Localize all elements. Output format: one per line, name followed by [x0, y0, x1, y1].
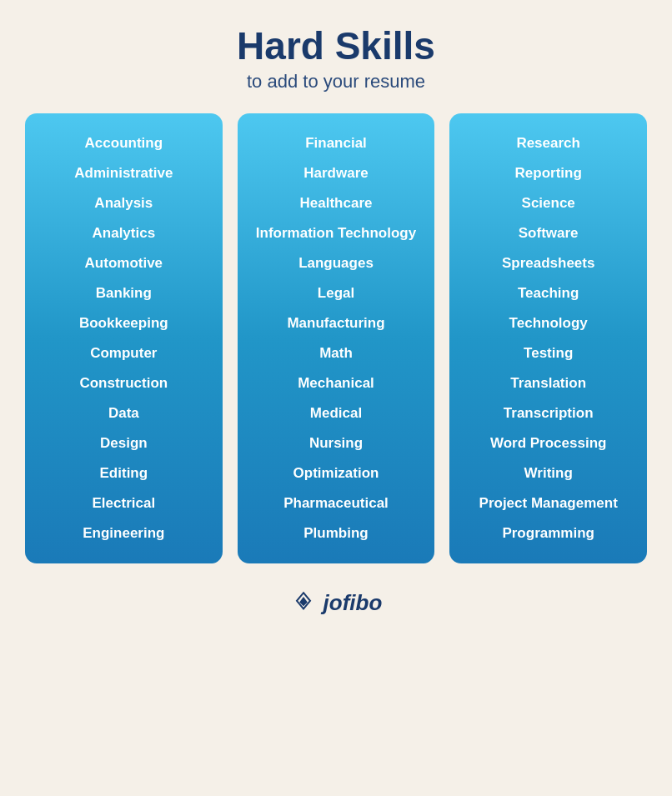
skill-item: Computer: [35, 338, 213, 368]
skill-item: Math: [248, 338, 425, 368]
skill-item: Plumbing: [248, 518, 425, 548]
skill-item: Mechanical: [248, 368, 425, 398]
skill-item: Editing: [35, 458, 213, 488]
footer: jofibo: [290, 590, 383, 617]
skill-item: Construction: [35, 368, 213, 398]
footer-brand-name: jofibo: [323, 590, 383, 616]
skill-item: Project Management: [459, 488, 637, 518]
skill-item: Programming: [459, 518, 637, 548]
skill-item: Reporting: [459, 158, 637, 188]
skill-item: Transcription: [459, 398, 637, 428]
skill-item: Information Technology: [248, 218, 425, 248]
skill-item: Bookkeeping: [35, 308, 213, 338]
skill-item: Data: [35, 398, 213, 428]
skill-item: Languages: [248, 248, 425, 278]
skill-item: Testing: [459, 338, 637, 368]
skill-item: Design: [35, 428, 213, 458]
skill-item: Automotive: [35, 248, 213, 278]
skill-item: Translation: [459, 368, 637, 398]
skill-item: Banking: [35, 278, 213, 308]
skill-item: Legal: [248, 278, 425, 308]
skill-item: Research: [459, 128, 637, 158]
skill-item: Nursing: [248, 428, 425, 458]
skill-item: Software: [459, 218, 637, 248]
skill-item: Science: [459, 188, 637, 218]
skill-item: Engineering: [35, 518, 213, 548]
skill-item: Healthcare: [248, 188, 425, 218]
skill-item: Hardware: [248, 158, 425, 188]
skill-item: Analytics: [35, 218, 213, 248]
skills-column-3: ResearchReportingScienceSoftwareSpreadsh…: [449, 113, 647, 563]
skill-item: Spreadsheets: [459, 248, 637, 278]
skill-item: Medical: [248, 398, 425, 428]
page-header: Hard Skills to add to your resume: [237, 17, 435, 93]
skill-item: Pharmaceutical: [248, 488, 425, 518]
skill-item: Manufacturing: [248, 308, 425, 338]
skills-column-2: FinancialHardwareHealthcareInformation T…: [238, 113, 435, 563]
skill-item: Accounting: [35, 128, 213, 158]
jofibo-logo-icon: [290, 590, 317, 617]
skill-item: Financial: [248, 128, 425, 158]
skill-item: Optimization: [248, 458, 425, 488]
skill-item: Administrative: [35, 158, 213, 188]
page-subtitle: to add to your resume: [237, 71, 435, 93]
skills-column-1: AccountingAdministrativeAnalysisAnalytic…: [25, 113, 223, 563]
skill-item: Technology: [459, 308, 637, 338]
skill-item: Electrical: [35, 488, 213, 518]
skill-item: Word Processing: [459, 428, 637, 458]
skill-item: Teaching: [459, 278, 637, 308]
skill-item: Analysis: [35, 188, 213, 218]
skills-columns: AccountingAdministrativeAnalysisAnalytic…: [25, 113, 647, 563]
skill-item: Writing: [459, 458, 637, 488]
page-title: Hard Skills: [237, 25, 435, 68]
